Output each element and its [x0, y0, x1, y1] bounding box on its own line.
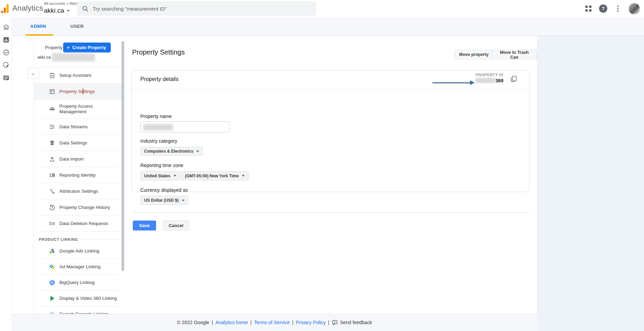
sidebar-item-label: Data Import	[59, 156, 87, 162]
page-gutter	[537, 36, 644, 331]
streams-icon	[48, 123, 56, 131]
send-feedback-button[interactable]: Send feedback	[332, 319, 372, 326]
clipboard-check-icon	[48, 72, 56, 79]
save-button[interactable]: Save	[133, 221, 156, 230]
sidebar-item-data-import[interactable]: Data Import	[34, 151, 122, 167]
search-input[interactable]	[93, 6, 285, 12]
move-property-button[interactable]: Move property	[455, 50, 493, 59]
footer-separator: |	[212, 320, 213, 325]
sidebar-item-label: Attribution Settings	[59, 189, 102, 194]
text-cursor	[83, 88, 83, 94]
reports-icon[interactable]	[2, 36, 10, 44]
property-id-block: PROPERTY ID 369	[476, 73, 503, 83]
create-property-button[interactable]: + Create Property	[63, 43, 111, 52]
timezone-country-value: United States	[144, 174, 171, 178]
property-column-label: Property	[45, 45, 62, 50]
property-selector[interactable]: akki.ca	[37, 53, 95, 61]
home-icon[interactable]	[2, 23, 10, 31]
create-property-label: Create Property	[72, 45, 106, 50]
sidebar-item-label: Reporting Identity	[59, 173, 99, 178]
sidebar-item-ad-manager-linking[interactable]: Ad Manager Linking	[34, 259, 122, 275]
currency-value: US Dollar (USD $)	[144, 198, 179, 203]
sidebar-item-label: Property Access Management	[59, 104, 101, 115]
apps-grid-icon[interactable]	[585, 5, 592, 12]
currency-select[interactable]: US Dollar (USD $)	[140, 196, 188, 205]
footer-separator: |	[328, 320, 329, 325]
sidebar-item-label: Data Streams	[59, 124, 91, 130]
main-content: Property Settings Move property Move to …	[125, 36, 537, 314]
property-name-input[interactable]	[140, 121, 230, 132]
product-linking-header: PRODUCT LINKING	[39, 236, 120, 243]
send-feedback-label: Send feedback	[340, 320, 372, 325]
sidebar-item-data-settings[interactable]: Data Settings	[34, 135, 122, 151]
property-details-card: Property details PROPERTY ID 369 Propert…	[131, 70, 530, 192]
footer-separator: |	[292, 320, 294, 325]
timezone-select[interactable]: (GMT-05:00) New York Time	[181, 171, 248, 180]
sidebar-item-attribution-settings[interactable]: Attribution Settings	[34, 183, 122, 199]
nav-rail	[0, 17, 12, 331]
back-button[interactable]: ←	[28, 68, 39, 79]
breadcrumb: All accounts > Akki	[44, 1, 77, 5]
google-ads-icon	[48, 247, 56, 255]
move-to-trash-button[interactable]: Move to Trash Can	[492, 50, 537, 59]
industry-category-label: Industry category	[140, 138, 177, 144]
plus-icon: +	[67, 45, 70, 51]
avatar[interactable]	[629, 3, 640, 14]
timezone-label: Reporting time zone	[140, 163, 183, 168]
tab-user[interactable]: USER	[70, 24, 84, 29]
search-icon	[82, 5, 89, 12]
sidebar-item-label: Display & Video 360 Linking	[59, 296, 120, 301]
advertising-icon[interactable]	[2, 61, 10, 69]
configure-icon[interactable]	[2, 74, 10, 82]
upload-icon	[48, 155, 56, 163]
chevron-down-icon	[67, 10, 70, 12]
dd-icon: Dd	[48, 220, 56, 227]
bigquery-icon	[48, 279, 56, 286]
sidebar-item-data-deletion-requests[interactable]: Dd Data Deletion Requests	[34, 215, 122, 232]
sidebar-item-property-settings[interactable]: Property Settings	[34, 83, 122, 99]
sidebar-item-label: Data Deletion Requests	[59, 221, 112, 226]
currency-label: Currency displayed as	[140, 187, 188, 193]
terms-of-service-link[interactable]: Terms of Service	[254, 320, 290, 325]
dv360-icon	[48, 295, 56, 302]
feedback-icon	[332, 319, 338, 326]
sidebar-item-label: Ad Manager Linking	[59, 264, 104, 270]
global-search[interactable]	[77, 1, 316, 16]
property-id-label: PROPERTY ID	[476, 73, 503, 77]
sidebar-item-bigquery-linking[interactable]: BigQuery Linking	[34, 275, 122, 291]
sidebar-item-reporting-identity[interactable]: Reporting Identity	[34, 167, 122, 183]
account-switcher[interactable]: akki.ca	[44, 6, 70, 15]
sidebar-item-data-streams[interactable]: Data Streams	[34, 119, 122, 135]
industry-category-value: Computers & Electronics	[144, 149, 193, 154]
analytics-home-link[interactable]: Analytics home	[215, 320, 248, 325]
people-icon	[48, 105, 56, 113]
timezone-country-select[interactable]: United States	[140, 171, 180, 180]
admin-user-tabs: ADMIN USER	[12, 17, 644, 36]
account-name: akki.ca	[44, 7, 64, 14]
sidebar-item-search-console-linking[interactable]: Search Console Linking	[34, 306, 122, 314]
sidebar-item-property-change-history[interactable]: Property Change History	[34, 199, 122, 215]
content-divider	[131, 212, 530, 213]
sidebar-item-dv360-linking[interactable]: Display & Video 360 Linking	[34, 291, 122, 306]
app-header: Analytics All accounts > Akki akki.ca ?	[0, 0, 644, 17]
footer: © 2022 Google | Analytics home | Terms o…	[12, 314, 537, 331]
sidebar-item-google-ads-linking[interactable]: Google Ads Linking	[34, 243, 122, 259]
active-tab-underline	[26, 34, 53, 36]
more-menu-icon[interactable]	[615, 5, 621, 12]
card-title: Property details	[140, 76, 178, 82]
sidebar-scrollbar[interactable]	[121, 41, 124, 271]
explore-icon[interactable]	[2, 49, 10, 56]
help-icon[interactable]: ?	[599, 4, 607, 13]
copy-icon[interactable]	[510, 75, 518, 83]
cancel-button[interactable]: Cancel	[163, 221, 189, 230]
history-icon	[48, 204, 56, 211]
tab-admin[interactable]: ADMIN	[30, 24, 46, 29]
property-id-value: 369	[476, 78, 503, 83]
sidebar-item-property-access-management[interactable]: Property Access Management	[34, 99, 122, 119]
annotation-arrow	[432, 82, 471, 83]
page-title: Property Settings	[132, 48, 185, 56]
industry-category-select[interactable]: Computers & Electronics	[140, 147, 203, 156]
sidebar-item-setup-assistant[interactable]: Setup Assistant	[34, 67, 122, 83]
privacy-policy-link[interactable]: Privacy Policy	[296, 320, 326, 325]
ad-manager-icon	[48, 263, 56, 271]
